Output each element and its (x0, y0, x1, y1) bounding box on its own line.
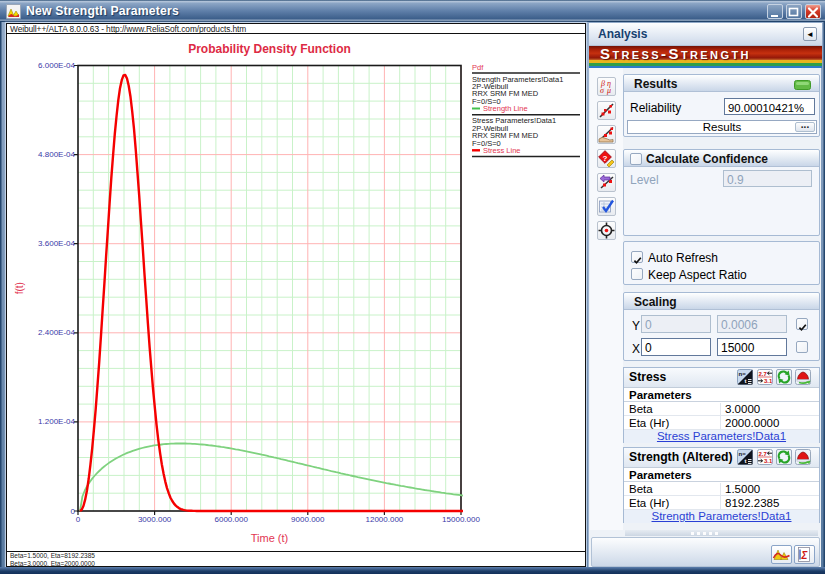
svg-text:2.400E-04: 2.400E-04 (38, 328, 75, 337)
svg-text:6000.000: 6000.000 (215, 515, 249, 524)
svg-text:Σ: Σ (801, 550, 809, 561)
svg-text:2.7: 2.7 (759, 451, 768, 457)
svg-text:4.800E-04: 4.800E-04 (38, 150, 75, 159)
svg-text:Stress Line: Stress Line (483, 146, 521, 155)
svg-text:15000.000: 15000.000 (442, 515, 480, 524)
svg-text:6.000E-04: 6.000E-04 (38, 61, 75, 70)
svg-text:3.1: 3.1 (764, 458, 773, 464)
svg-text:2.7: 2.7 (759, 371, 768, 377)
svg-text:t: t (745, 458, 747, 464)
svg-text:f(t): f(t) (14, 282, 25, 294)
svg-text:12000.000: 12000.000 (365, 515, 403, 524)
svg-text:n=: n= (739, 451, 747, 457)
svg-text:?: ? (603, 154, 608, 163)
svg-text:n=: n= (739, 371, 747, 377)
svg-text:Pdf: Pdf (472, 63, 484, 72)
svg-text:3.600E-04: 3.600E-04 (38, 239, 75, 248)
svg-text:1.200E-04: 1.200E-04 (38, 417, 75, 426)
svg-text:3.1: 3.1 (764, 378, 773, 384)
svg-text:Probability Density Function: Probability Density Function (188, 42, 351, 56)
svg-text:μ: μ (606, 86, 611, 95)
svg-text:t: t (745, 378, 747, 384)
svg-text:Time (t): Time (t) (251, 532, 288, 544)
svg-text:3000.000: 3000.000 (138, 515, 172, 524)
svg-text:9000.000: 9000.000 (291, 515, 325, 524)
svg-text:Strength Line: Strength Line (483, 104, 528, 113)
svg-text:0: 0 (76, 515, 81, 524)
